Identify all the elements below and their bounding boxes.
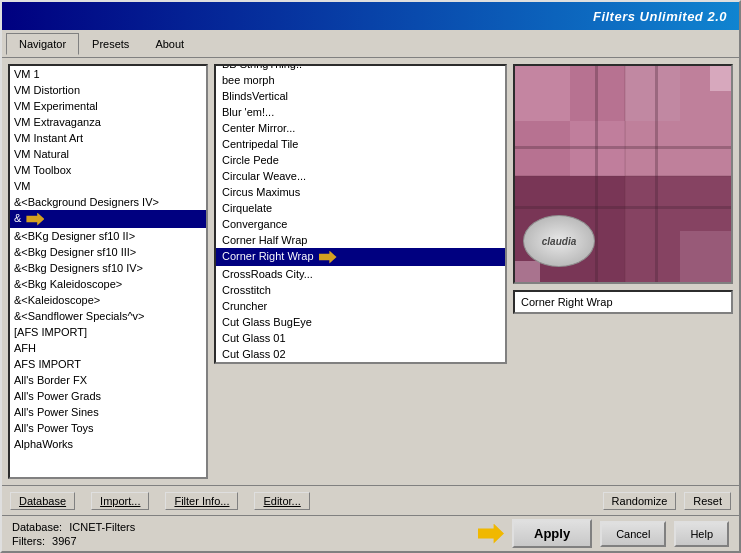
filter-list-item[interactable]: Blur 'em!... <box>216 104 505 120</box>
filter-info-button[interactable]: Filter Info... <box>165 492 238 510</box>
filter-list-item[interactable]: Circular Weave... <box>216 168 505 184</box>
right-panel: claudia Corner Right Wrap <box>513 64 733 479</box>
database-status: Database: ICNET-Filters <box>12 521 135 533</box>
filter-list-item[interactable]: Cut Glass BugEye <box>216 314 505 330</box>
svg-rect-15 <box>595 66 598 284</box>
filter-list-container: 4 Way AverageAF62 Effected Emboss...AFS … <box>214 64 507 364</box>
filters-status: Filters: 3967 <box>12 535 135 547</box>
left-list-scroll[interactable]: VM 1VM DistortionVM ExperimentalVM Extra… <box>10 66 206 477</box>
import-button[interactable]: Import... <box>91 492 149 510</box>
left-list-item[interactable]: VM <box>10 178 206 194</box>
left-list-container: VM 1VM DistortionVM ExperimentalVM Extra… <box>10 66 206 477</box>
filter-list-item[interactable]: Cut Glass 02 <box>216 346 505 362</box>
status-bar: Database: ICNET-Filters Filters: 3967 Ap… <box>2 515 739 551</box>
bottom-toolbar: Database Import... Filter Info... Editor… <box>2 485 739 515</box>
filter-list-item[interactable]: Corner Right Wrap <box>216 248 505 266</box>
menu-bar: Navigator Presets About <box>2 30 739 58</box>
left-list-item[interactable]: VM Toolbox <box>10 162 206 178</box>
title-bar-text: Filters Unlimited 2.0 <box>593 9 727 24</box>
right-toolbar-buttons: Randomize Reset <box>603 492 731 510</box>
filter-list-item[interactable]: Convergance <box>216 216 505 232</box>
left-list-item[interactable]: &<Background Designers IV> <box>10 194 206 210</box>
watermark-badge: claudia <box>523 215 595 267</box>
left-list-item[interactable]: All's Power Grads <box>10 388 206 404</box>
left-list-item[interactable]: AFH <box>10 340 206 356</box>
left-list-item[interactable]: VM 1 <box>10 66 206 82</box>
filter-list-item[interactable]: Circus Maximus <box>216 184 505 200</box>
left-list-item[interactable]: AFS IMPORT <box>10 356 206 372</box>
database-button[interactable]: Database <box>10 492 75 510</box>
filter-list-scroll[interactable]: 4 Way AverageAF62 Effected Emboss...AFS … <box>216 66 505 362</box>
filter-list-item[interactable]: Crosstitch <box>216 282 505 298</box>
main-content: VM 1VM DistortionVM ExperimentalVM Extra… <box>2 58 739 485</box>
tab-about[interactable]: About <box>142 33 197 55</box>
filter-list-item[interactable]: CrossRoads City... <box>216 266 505 282</box>
svg-rect-12 <box>515 261 540 284</box>
left-list-item[interactable]: &<BKg Designer sf10 II> <box>10 228 206 244</box>
tab-navigator[interactable]: Navigator <box>6 33 79 55</box>
status-text: Database: ICNET-Filters Filters: 3967 <box>12 521 135 547</box>
apply-button[interactable]: Apply <box>512 519 592 548</box>
apply-arrow-icon <box>478 524 504 544</box>
filter-list-item[interactable]: Cruncher <box>216 298 505 314</box>
left-list-item[interactable]: &<Bkg Designers sf10 IV> <box>10 260 206 276</box>
left-list-item[interactable]: VM Extravaganza <box>10 114 206 130</box>
svg-rect-13 <box>515 146 733 149</box>
svg-rect-9 <box>680 231 733 284</box>
left-list-item[interactable]: VM Instant Art <box>10 130 206 146</box>
filter-list-item[interactable]: Cut Glass 01 <box>216 330 505 346</box>
svg-rect-14 <box>515 206 733 209</box>
help-button[interactable]: Help <box>674 521 729 547</box>
randomize-button[interactable]: Randomize <box>603 492 677 510</box>
watermark-text: claudia <box>542 236 576 247</box>
left-list-item[interactable]: & <box>10 210 206 228</box>
filter-list-item[interactable]: Center Mirror... <box>216 120 505 136</box>
filter-list-item[interactable]: bee morph <box>216 72 505 88</box>
action-buttons: Apply Cancel Help <box>478 519 729 548</box>
left-panel: VM 1VM DistortionVM ExperimentalVM Extra… <box>8 64 208 479</box>
main-window: Filters Unlimited 2.0 Navigator Presets … <box>0 0 741 553</box>
svg-rect-10 <box>625 66 680 121</box>
svg-rect-16 <box>655 66 658 284</box>
filter-list-item[interactable]: Cirquelate <box>216 200 505 216</box>
left-list-item[interactable]: VM Natural <box>10 146 206 162</box>
left-list-item[interactable]: &<Bkg Kaleidoscope> <box>10 276 206 292</box>
left-list-item[interactable]: &<Kaleidoscope> <box>10 292 206 308</box>
left-list-item[interactable]: All's Border FX <box>10 372 206 388</box>
selected-filter-name: Corner Right Wrap <box>513 290 733 314</box>
filter-list-item[interactable]: Centripedal Tile <box>216 136 505 152</box>
reset-button[interactable]: Reset <box>684 492 731 510</box>
svg-rect-11 <box>710 66 733 91</box>
tab-presets[interactable]: Presets <box>79 33 142 55</box>
filter-list-item[interactable]: Circle Pede <box>216 152 505 168</box>
left-list-item[interactable]: VM Distortion <box>10 82 206 98</box>
svg-rect-7 <box>515 66 570 121</box>
left-list-item[interactable]: [AFS IMPORT] <box>10 324 206 340</box>
middle-panel: 4 Way AverageAF62 Effected Emboss...AFS … <box>214 64 507 479</box>
left-list-item[interactable]: All's Power Sines <box>10 404 206 420</box>
title-bar: Filters Unlimited 2.0 <box>2 2 739 30</box>
left-list-item[interactable]: &<Bkg Designer sf10 III> <box>10 244 206 260</box>
filter-list-item[interactable]: Corner Half Wrap <box>216 232 505 248</box>
left-list-item[interactable]: &<Sandflower Specials^v> <box>10 308 206 324</box>
filter-list-item[interactable]: BlindsVertical <box>216 88 505 104</box>
left-list-item[interactable]: VM Experimental <box>10 98 206 114</box>
preview-box: claudia <box>513 64 733 284</box>
preview-image: claudia <box>515 66 731 282</box>
left-list-item[interactable]: All's Power Toys <box>10 420 206 436</box>
cancel-button[interactable]: Cancel <box>600 521 666 547</box>
editor-button[interactable]: Editor... <box>254 492 309 510</box>
left-list-item[interactable]: AlphaWorks <box>10 436 206 452</box>
